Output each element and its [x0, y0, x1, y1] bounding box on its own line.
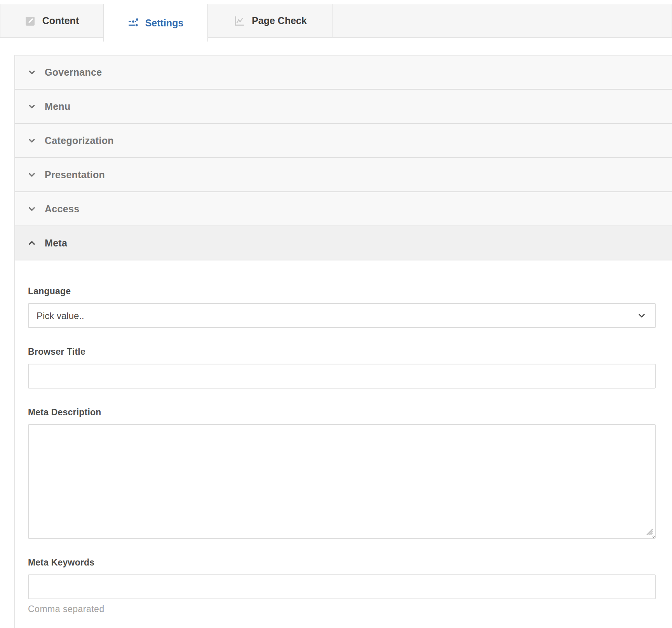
accordion-section-label: Governance — [45, 67, 102, 78]
meta-description-field-group: Meta Description — [28, 407, 656, 539]
meta-keywords-field-group: Meta Keywords Comma separated — [28, 557, 656, 614]
tab-bar: Content Settings Page Check — [0, 4, 672, 42]
accordion-section-label: Meta — [45, 238, 67, 249]
browser-title-input[interactable] — [28, 364, 656, 389]
tab-settings[interactable]: Settings — [103, 4, 208, 42]
meta-section-content: Language Pick value.. Browser Title Meta… — [15, 260, 672, 628]
settings-accordion: Governance Menu Categorization Presentat… — [14, 55, 672, 628]
tab-bar-filler — [333, 4, 672, 38]
chevron-up-icon — [27, 238, 37, 248]
accordion-section-label: Categorization — [45, 135, 114, 146]
tab-label: Page Check — [252, 15, 307, 26]
tab-page-check[interactable]: Page Check — [207, 4, 333, 38]
meta-keywords-hint: Comma separated — [28, 604, 656, 614]
chevron-down-icon — [27, 102, 37, 111]
meta-keywords-input[interactable] — [28, 574, 656, 599]
browser-title-field-group: Browser Title — [28, 347, 656, 389]
chevron-down-icon — [27, 68, 37, 77]
language-field-group: Language Pick value.. — [28, 286, 656, 328]
accordion-section-categorization[interactable]: Categorization — [15, 124, 672, 158]
line-chart-icon — [233, 15, 245, 27]
meta-description-label: Meta Description — [28, 407, 656, 418]
meta-description-textarea[interactable] — [28, 424, 656, 539]
edit-icon — [25, 16, 36, 26]
accordion-section-label: Access — [45, 203, 79, 215]
browser-title-label: Browser Title — [28, 347, 656, 357]
chevron-down-icon — [27, 170, 37, 179]
accordion-section-governance[interactable]: Governance — [15, 56, 672, 90]
accordion-section-menu[interactable]: Menu — [15, 90, 672, 124]
accordion-section-label: Presentation — [45, 169, 105, 180]
tab-label: Content — [42, 15, 79, 26]
tab-content[interactable]: Content — [0, 4, 104, 38]
accordion-section-access[interactable]: Access — [15, 192, 672, 226]
sliders-icon — [128, 17, 139, 28]
chevron-down-icon — [27, 136, 37, 145]
accordion-section-label: Menu — [45, 101, 70, 112]
tab-label: Settings — [145, 17, 184, 29]
accordion-section-meta[interactable]: Meta — [15, 226, 672, 260]
language-select[interactable]: Pick value.. — [28, 303, 656, 328]
chevron-down-icon — [27, 204, 37, 213]
language-label: Language — [28, 286, 656, 297]
meta-keywords-label: Meta Keywords — [28, 557, 656, 568]
accordion-section-presentation[interactable]: Presentation — [15, 158, 672, 192]
